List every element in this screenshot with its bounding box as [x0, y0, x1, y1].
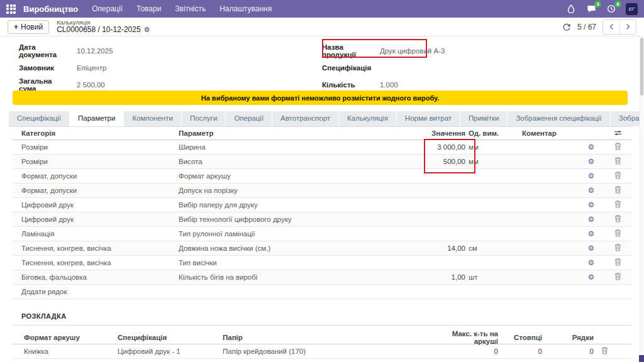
field-value[interactable]: Друк цифровий А-3: [380, 47, 445, 55]
row-settings-gear-icon[interactable]: ⚙: [579, 215, 604, 224]
field-value[interactable]: 1.000: [380, 81, 398, 89]
record-settings-gear-icon[interactable]: ⚙: [144, 26, 150, 34]
tab-7[interactable]: Норми витрат: [397, 111, 460, 126]
cell-category[interactable]: Тиснення, конгрев, висічка: [13, 259, 170, 266]
tab-10[interactable]: Зображення продукції: [611, 111, 644, 126]
cell-parameter[interactable]: Тип рулонної ламінації: [170, 230, 429, 238]
cell-category[interactable]: Цифровий друк: [13, 201, 170, 209]
tab-3[interactable]: Послуги: [182, 111, 226, 126]
cell-unit[interactable]: мм: [465, 158, 519, 165]
col-header-specification[interactable]: Специфікація: [118, 334, 223, 341]
row-delete-icon[interactable]: [604, 258, 631, 268]
optional-columns-icon[interactable]: [604, 129, 631, 138]
row-delete-icon[interactable]: [604, 243, 631, 253]
app-name[interactable]: Виробництво: [23, 4, 78, 14]
tab-5[interactable]: Автотранспорт: [272, 111, 338, 126]
row-delete-icon[interactable]: [604, 185, 631, 195]
pager-previous-button[interactable]: [603, 20, 619, 34]
col-header-parameter[interactable]: Параметр: [170, 129, 429, 137]
row-delete-icon[interactable]: [596, 346, 631, 356]
new-button[interactable]: Новий: [8, 20, 49, 34]
cell-value[interactable]: 500,00: [429, 158, 465, 165]
cell-parameter[interactable]: Допуск на порізку: [170, 187, 429, 194]
cell-parameter[interactable]: Ширина: [170, 143, 429, 151]
cell-value[interactable]: 1,00: [429, 273, 465, 281]
messages-icon[interactable]: 3: [586, 3, 597, 14]
cell-category[interactable]: Розміри: [13, 158, 170, 165]
col-header-unit[interactable]: Од. вим.: [465, 129, 519, 137]
cell-parameter[interactable]: Довжина ножа висічки (см.): [170, 244, 429, 252]
cell-unit[interactable]: мм: [465, 143, 519, 151]
activities-icon[interactable]: 6: [606, 3, 617, 14]
col-header-comment[interactable]: Коментар: [519, 129, 579, 137]
col-header-value[interactable]: Значення: [429, 129, 465, 137]
row-delete-icon[interactable]: [604, 156, 631, 167]
cell-category[interactable]: Тиснення, конгрев, висічка: [13, 244, 170, 252]
cell-parameter[interactable]: Висота: [170, 158, 429, 165]
cell-category[interactable]: Біговка, фальцовка: [13, 273, 170, 281]
row-delete-icon[interactable]: [604, 272, 631, 282]
cell-unit[interactable]: шт: [465, 273, 519, 281]
menu-item-2[interactable]: Звітність: [175, 4, 206, 13]
row-delete-icon[interactable]: [604, 142, 631, 152]
cell-parameter[interactable]: Формат аркушу: [170, 172, 429, 180]
row-settings-gear-icon[interactable]: ⚙: [579, 229, 604, 238]
tab-4[interactable]: Операції: [226, 111, 272, 126]
row-settings-gear-icon[interactable]: ⚙: [579, 200, 604, 209]
user-avatar[interactable]: ЕГ: [626, 3, 638, 15]
row-delete-icon[interactable]: [604, 214, 631, 224]
page-scrollbar[interactable]: [640, 35, 644, 362]
row-settings-gear-icon[interactable]: ⚙: [579, 157, 604, 166]
cell-parameter[interactable]: Вибір паперу для друку: [170, 201, 429, 209]
scrollbar-thumb[interactable]: [640, 38, 643, 96]
tab-8[interactable]: Примітки: [460, 111, 507, 126]
col-header-sheet-format[interactable]: Формат аркушу: [13, 334, 118, 341]
tab-6[interactable]: Калькуляція: [339, 111, 396, 126]
row-delete-icon[interactable]: [604, 171, 631, 181]
cell-sheet-format[interactable]: Книжка: [13, 348, 118, 355]
cell-specification[interactable]: Цифровий друк - 1: [118, 348, 223, 355]
cell-value[interactable]: 14,00: [429, 244, 465, 252]
col-header-columns[interactable]: Стовпці: [501, 334, 545, 341]
row-settings-gear-icon[interactable]: ⚙: [579, 172, 604, 180]
cell-parameter[interactable]: Кількість бігів на виробі: [170, 273, 429, 281]
cell-value[interactable]: 3 000,00: [429, 143, 465, 151]
col-header-rows[interactable]: Рядки: [545, 334, 596, 341]
cell-paper[interactable]: Папір крейдований (170): [223, 348, 430, 355]
row-settings-gear-icon[interactable]: ⚙: [579, 186, 604, 195]
field-value[interactable]: 2 500,00: [77, 81, 105, 89]
cell-category[interactable]: Розміри: [13, 143, 170, 151]
cell-parameter[interactable]: Вибір технології цифрового друку: [170, 216, 429, 223]
menu-item-1[interactable]: Товари: [136, 4, 161, 13]
cell-rows[interactable]: 0: [545, 348, 596, 355]
cell-category[interactable]: Формат, допуски: [13, 172, 170, 180]
col-header-max-per-sheet[interactable]: Макс. к-ть на аркуші: [430, 330, 501, 345]
pager-next-button[interactable]: [619, 20, 636, 34]
refresh-icon[interactable]: [562, 23, 571, 31]
tab-9[interactable]: Зображення специфікації: [508, 111, 609, 126]
col-header-paper[interactable]: Папір: [223, 334, 430, 341]
droplet-icon[interactable]: [565, 3, 577, 14]
menu-item-0[interactable]: Операції: [92, 4, 123, 13]
field-value[interactable]: 10.12.2025: [77, 47, 113, 55]
cell-columns[interactable]: 0: [501, 348, 545, 355]
apps-grid-icon[interactable]: [6, 4, 16, 14]
cell-category[interactable]: Формат, допуски: [13, 187, 170, 194]
row-settings-gear-icon[interactable]: ⚙: [579, 244, 604, 253]
menu-item-3[interactable]: Налаштування: [219, 4, 272, 13]
cell-parameter[interactable]: Тип висічки: [170, 259, 429, 266]
row-delete-icon[interactable]: [604, 229, 631, 239]
cell-unit[interactable]: см: [465, 244, 519, 252]
cell-max-per-sheet[interactable]: 0: [430, 348, 501, 355]
row-settings-gear-icon[interactable]: ⚙: [579, 258, 604, 267]
row-delete-icon[interactable]: [604, 200, 631, 210]
cell-category[interactable]: Цифровий друк: [13, 216, 170, 223]
cell-category[interactable]: Ламінація: [13, 230, 170, 238]
field-value[interactable]: Епіцентр: [77, 64, 106, 72]
row-settings-gear-icon[interactable]: ⚙: [579, 143, 604, 151]
tab-1[interactable]: Параметри: [70, 111, 123, 126]
row-settings-gear-icon[interactable]: ⚙: [579, 273, 604, 282]
add-row-button[interactable]: Додати рядок: [13, 285, 631, 299]
tab-0[interactable]: Специфікації: [9, 111, 69, 126]
tab-2[interactable]: Компоненти: [124, 111, 180, 126]
